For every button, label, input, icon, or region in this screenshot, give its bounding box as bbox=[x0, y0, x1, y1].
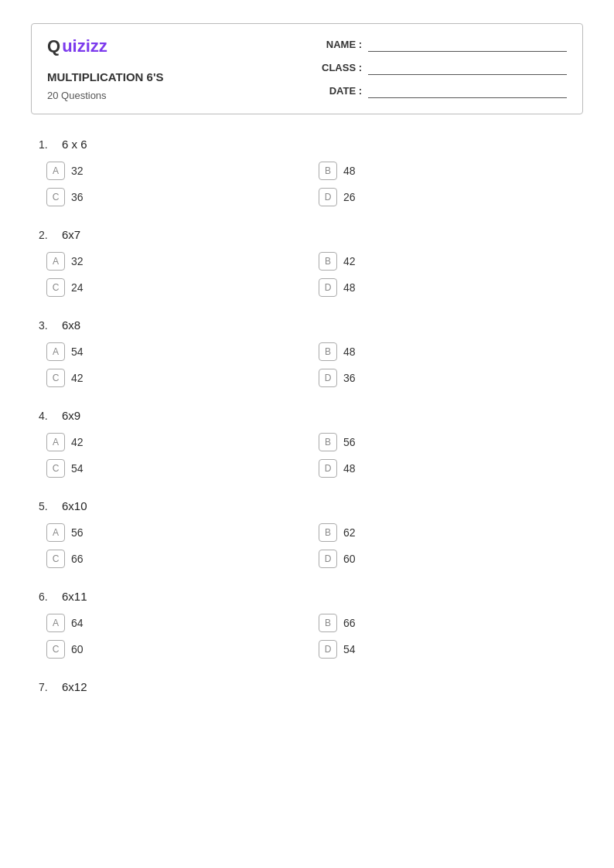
option-value: 48 bbox=[343, 165, 356, 177]
option-value: 54 bbox=[71, 345, 84, 358]
option-badge: D bbox=[319, 278, 337, 297]
question-block: 1.6 x 6A32B48C36D26 bbox=[39, 138, 575, 206]
option-badge: B bbox=[319, 162, 337, 180]
date-input[interactable] bbox=[368, 83, 567, 98]
option-badge: C bbox=[46, 369, 65, 387]
option-item: B62 bbox=[319, 523, 575, 542]
name-input[interactable] bbox=[368, 36, 567, 52]
option-badge: D bbox=[319, 459, 337, 478]
options-grid: A56B62C66D60 bbox=[39, 523, 575, 568]
option-badge: D bbox=[319, 640, 337, 659]
logo: Q uizizz bbox=[47, 36, 164, 56]
option-item: B56 bbox=[319, 433, 575, 451]
option-value: 48 bbox=[343, 345, 356, 358]
question-text: 6x11 bbox=[62, 590, 87, 603]
question-num: 2. bbox=[39, 229, 54, 241]
option-badge: A bbox=[46, 523, 65, 542]
question-block: 3.6x8A54B48C42D36 bbox=[39, 318, 575, 387]
question-block: 6.6x11A64B66C60D54 bbox=[39, 590, 575, 659]
option-item: C60 bbox=[46, 640, 303, 659]
option-badge: B bbox=[319, 433, 337, 451]
option-badge: B bbox=[319, 523, 337, 542]
option-badge: A bbox=[46, 162, 65, 180]
option-item: D36 bbox=[319, 369, 575, 387]
option-item: C66 bbox=[46, 550, 303, 568]
option-badge: C bbox=[46, 550, 65, 568]
option-badge: D bbox=[319, 550, 337, 568]
question-header: 5.6x10 bbox=[39, 499, 575, 512]
question-num: 7. bbox=[39, 681, 54, 693]
date-field-row: DATE : bbox=[319, 83, 567, 98]
option-badge: B bbox=[319, 252, 337, 271]
option-item: B66 bbox=[319, 614, 575, 632]
option-badge: D bbox=[319, 188, 337, 206]
option-badge: A bbox=[46, 252, 65, 271]
question-text: 6x10 bbox=[62, 499, 87, 512]
header-box: Q uizizz MULTIPLICATION 6'S 20 Questions… bbox=[31, 23, 583, 114]
logo-uizizz: uizizz bbox=[62, 36, 107, 56]
question-text: 6x12 bbox=[62, 680, 87, 693]
option-item: B48 bbox=[319, 342, 575, 361]
option-value: 36 bbox=[71, 191, 84, 203]
option-item: D48 bbox=[319, 278, 575, 297]
question-num: 4. bbox=[39, 410, 54, 422]
option-item: C36 bbox=[46, 188, 303, 206]
question-block: 4.6x9A42B56C54D48 bbox=[39, 409, 575, 478]
option-item: A54 bbox=[46, 342, 303, 361]
option-item: D48 bbox=[319, 459, 575, 478]
option-item: B48 bbox=[319, 162, 575, 180]
option-item: D26 bbox=[319, 188, 575, 206]
option-value: 26 bbox=[343, 191, 356, 203]
options-grid: A32B42C24D48 bbox=[39, 252, 575, 297]
option-badge: C bbox=[46, 640, 65, 659]
option-item: C24 bbox=[46, 278, 303, 297]
option-value: 54 bbox=[343, 643, 356, 655]
options-grid: A42B56C54D48 bbox=[39, 433, 575, 478]
option-value: 42 bbox=[71, 436, 84, 448]
question-block: 2.6x7A32B42C24D48 bbox=[39, 228, 575, 297]
date-label: DATE : bbox=[319, 85, 362, 97]
option-badge: C bbox=[46, 188, 65, 206]
option-item: A42 bbox=[46, 433, 303, 451]
option-badge: A bbox=[46, 342, 65, 361]
name-field-row: NAME : bbox=[319, 36, 567, 52]
option-value: 54 bbox=[71, 462, 84, 475]
option-item: C54 bbox=[46, 459, 303, 478]
header-right: NAME : CLASS : DATE : bbox=[319, 36, 567, 98]
option-value: 60 bbox=[343, 553, 356, 565]
option-value: 62 bbox=[343, 526, 356, 539]
question-text: 6x9 bbox=[62, 409, 80, 422]
question-text: 6x8 bbox=[62, 318, 80, 332]
option-badge: A bbox=[46, 433, 65, 451]
class-input[interactable] bbox=[368, 60, 567, 75]
question-header: 4.6x9 bbox=[39, 409, 575, 422]
question-text: 6x7 bbox=[62, 228, 80, 241]
question-header: 1.6 x 6 bbox=[39, 138, 575, 151]
option-item: C42 bbox=[46, 369, 303, 387]
option-badge: C bbox=[46, 278, 65, 297]
question-num: 5. bbox=[39, 500, 54, 512]
option-value: 56 bbox=[71, 526, 84, 539]
option-value: 48 bbox=[343, 462, 356, 475]
option-item: A56 bbox=[46, 523, 303, 542]
question-num: 1. bbox=[39, 138, 54, 151]
option-value: 56 bbox=[343, 436, 356, 448]
option-item: A32 bbox=[46, 162, 303, 180]
question-header: 3.6x8 bbox=[39, 318, 575, 332]
question-block: 7.6x12 bbox=[39, 680, 575, 693]
option-badge: C bbox=[46, 459, 65, 478]
question-text: 6 x 6 bbox=[62, 138, 87, 151]
quiz-title: MULTIPLICATION 6'S bbox=[47, 70, 164, 83]
option-value: 64 bbox=[71, 617, 84, 629]
question-block: 5.6x10A56B62C66D60 bbox=[39, 499, 575, 568]
option-badge: B bbox=[319, 614, 337, 632]
option-badge: B bbox=[319, 342, 337, 361]
header-left: Q uizizz MULTIPLICATION 6'S 20 Questions bbox=[47, 36, 164, 101]
option-item: A64 bbox=[46, 614, 303, 632]
option-value: 42 bbox=[71, 372, 84, 384]
name-label: NAME : bbox=[319, 39, 362, 50]
option-badge: D bbox=[319, 369, 337, 387]
question-header: 7.6x12 bbox=[39, 680, 575, 693]
option-item: B42 bbox=[319, 252, 575, 271]
class-label: CLASS : bbox=[319, 62, 362, 73]
